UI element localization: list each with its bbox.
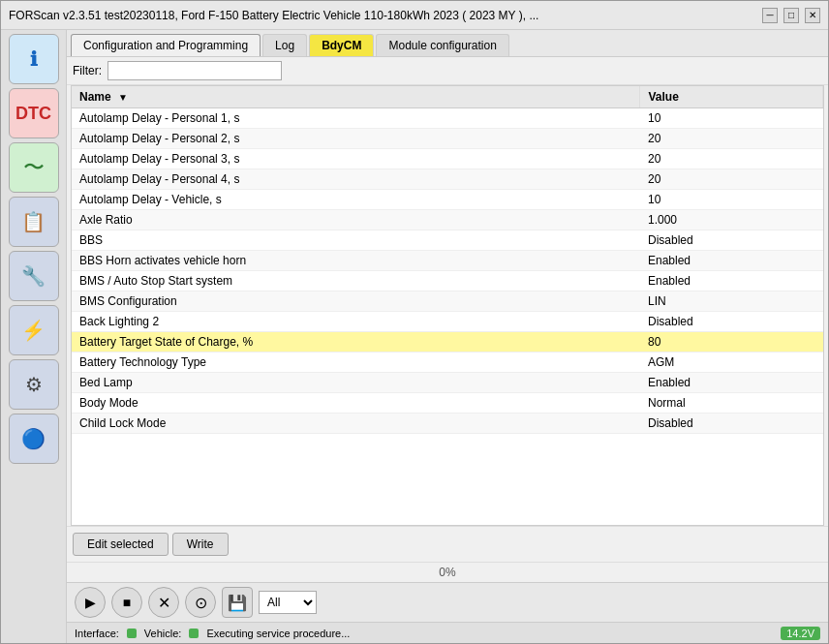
table-row[interactable]: Body ModeNormal — [72, 393, 823, 414]
tab-log[interactable]: Log — [262, 34, 307, 56]
window-title: FORScan v2.3.51 test20230118, Ford F-150… — [9, 9, 538, 22]
table-row[interactable]: Axle Ratio1.000 — [72, 210, 823, 230]
sidebar-icon-gear[interactable]: ⚙ — [9, 359, 59, 410]
row-value: Enabled — [640, 251, 823, 271]
row-value: 80 — [640, 332, 823, 353]
sidebar-icon-info[interactable]: ℹ — [9, 34, 59, 84]
table-row[interactable]: Child Lock ModeDisabled — [72, 414, 823, 434]
row-value: Disabled — [640, 414, 823, 434]
main-window: FORScan v2.3.51 test20230118, Ford F-150… — [0, 0, 829, 644]
title-bar: FORScan v2.3.51 test20230118, Ford F-150… — [1, 1, 828, 30]
row-name: Axle Ratio — [72, 210, 640, 230]
filter-input[interactable] — [107, 61, 282, 80]
row-value: 10 — [640, 108, 823, 129]
save-button[interactable]: 💾 — [222, 587, 253, 618]
filter-icon[interactable]: ▼ — [118, 92, 128, 103]
table-row[interactable]: Back Lighting 2Disabled — [72, 312, 823, 332]
status-bar: Interface: Vehicle: Executing service pr… — [67, 622, 828, 643]
row-value: 20 — [640, 129, 823, 149]
write-button[interactable]: Write — [172, 533, 229, 556]
settings-button[interactable]: ⊙ — [185, 587, 216, 618]
sidebar-icon-program[interactable]: 📋 — [9, 197, 59, 247]
row-name: Autolamp Delay - Vehicle, s — [72, 190, 640, 210]
row-name: Back Lighting 2 — [72, 312, 640, 332]
title-bar-buttons: ─ □ ✕ — [762, 8, 820, 23]
sidebar-icon-dtc[interactable]: DTC — [9, 88, 59, 138]
row-value: AGM — [640, 353, 823, 373]
row-value: Enabled — [640, 271, 823, 291]
table-row[interactable]: BBS Horn activates vehicle hornEnabled — [72, 251, 823, 271]
cancel-button[interactable]: ✕ — [148, 587, 179, 618]
tab-configuration[interactable]: Configuration and Programming — [71, 34, 261, 56]
button-bar: Edit selected Write — [67, 526, 828, 562]
row-name: Autolamp Delay - Personal 2, s — [72, 129, 640, 149]
row-name: Battery Technology Type — [72, 353, 640, 373]
table-row[interactable]: BMS ConfigurationLIN — [72, 291, 823, 312]
tab-bdycm[interactable]: BdyCM — [309, 34, 374, 56]
filter-label: Filter: — [73, 64, 102, 77]
close-button[interactable]: ✕ — [805, 8, 820, 23]
play-button[interactable]: ▶ — [75, 587, 106, 618]
row-name: Autolamp Delay - Personal 3, s — [72, 149, 640, 169]
status-text: Executing service procedure... — [206, 628, 350, 639]
row-name: BMS / Auto Stop Start system — [72, 271, 640, 291]
row-value: Disabled — [640, 230, 823, 251]
progress-value: 0% — [439, 566, 455, 579]
row-name: BBS — [72, 230, 640, 251]
row-name: Body Mode — [72, 393, 640, 414]
sidebar-icon-flash[interactable]: ⚡ — [9, 305, 59, 355]
row-value: Disabled — [640, 312, 823, 332]
row-value: 1.000 — [640, 210, 823, 230]
col-name-header: Name ▼ — [72, 86, 640, 108]
col-value-header: Value — [640, 86, 823, 108]
row-name: Autolamp Delay - Personal 1, s — [72, 108, 640, 129]
row-name: Battery Target State of Charge, % — [72, 332, 640, 353]
row-value: 20 — [640, 149, 823, 169]
main-content: ℹ DTC 〜 📋 🔧 ⚡ ⚙ 🔵 Configuration and Prog… — [1, 30, 828, 643]
sidebar-icon-tools[interactable]: 🔧 — [9, 251, 59, 301]
vehicle-indicator — [189, 629, 199, 638]
row-value: 10 — [640, 190, 823, 210]
config-table: Name ▼ Value Autolamp Delay - Personal 1… — [72, 86, 823, 434]
interface-label: Interface: — [75, 628, 119, 639]
vehicle-label: Vehicle: — [144, 628, 182, 639]
sidebar-icon-shield[interactable]: 🔵 — [9, 414, 59, 464]
table-row[interactable]: BBSDisabled — [72, 230, 823, 251]
edit-selected-button[interactable]: Edit selected — [73, 533, 169, 556]
table-row[interactable]: Autolamp Delay - Personal 3, s20 — [72, 149, 823, 169]
tabs: Configuration and Programming Log BdyCM … — [67, 30, 828, 57]
table-row[interactable]: Autolamp Delay - Vehicle, s10 — [72, 190, 823, 210]
table-row[interactable]: Battery Target State of Charge, %80 — [72, 332, 823, 353]
table-container[interactable]: Name ▼ Value Autolamp Delay - Personal 1… — [71, 85, 824, 526]
voltage-badge: 14.2V — [781, 627, 820, 640]
filter-bar: Filter: — [67, 57, 828, 85]
row-name: BBS Horn activates vehicle horn — [72, 251, 640, 271]
row-value: Normal — [640, 393, 823, 414]
minimize-button[interactable]: ─ — [762, 8, 778, 23]
row-name: BMS Configuration — [72, 291, 640, 312]
filter-dropdown[interactable]: All — [259, 591, 317, 614]
row-name: Autolamp Delay - Personal 4, s — [72, 169, 640, 190]
right-panel: Configuration and Programming Log BdyCM … — [67, 30, 828, 643]
row-value: Enabled — [640, 373, 823, 393]
table-row[interactable]: Autolamp Delay - Personal 2, s20 — [72, 129, 823, 149]
row-value: 20 — [640, 169, 823, 190]
table-row[interactable]: Autolamp Delay - Personal 4, s20 — [72, 169, 823, 190]
row-value: LIN — [640, 291, 823, 312]
table-row[interactable]: BMS / Auto Stop Start systemEnabled — [72, 271, 823, 291]
interface-indicator — [127, 629, 137, 638]
toolbar: ▶ ■ ✕ ⊙ 💾 All — [67, 582, 828, 622]
table-row[interactable]: Autolamp Delay - Personal 1, s10 — [72, 108, 823, 129]
row-name: Bed Lamp — [72, 373, 640, 393]
progress-bar: 0% — [67, 562, 828, 582]
sidebar-icon-monitor[interactable]: 〜 — [9, 142, 59, 193]
tab-module[interactable]: Module configuration — [376, 34, 508, 56]
stop-button[interactable]: ■ — [111, 587, 142, 618]
row-name: Child Lock Mode — [72, 414, 640, 434]
table-row[interactable]: Battery Technology TypeAGM — [72, 353, 823, 373]
sidebar: ℹ DTC 〜 📋 🔧 ⚡ ⚙ 🔵 — [1, 30, 67, 643]
table-row[interactable]: Bed LampEnabled — [72, 373, 823, 393]
maximize-button[interactable]: □ — [783, 8, 799, 23]
